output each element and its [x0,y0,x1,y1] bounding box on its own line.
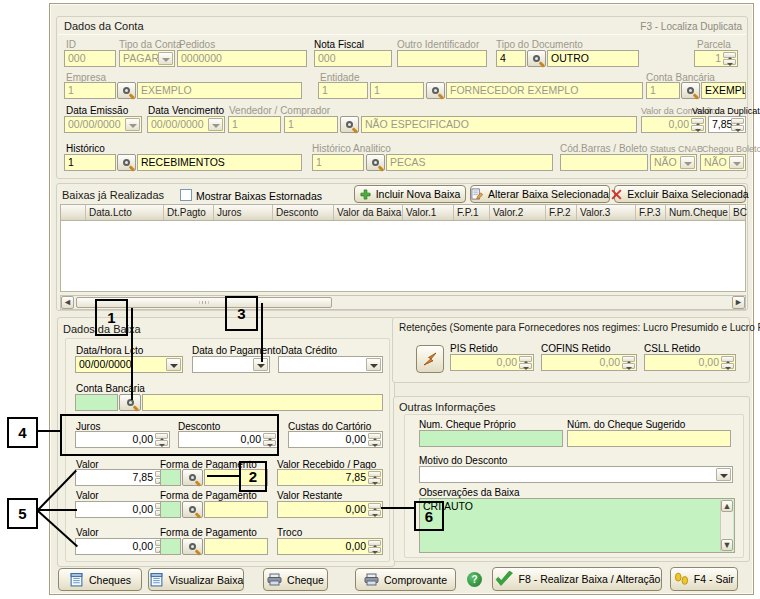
forma-pagamento3-code[interactable] [160,538,181,555]
conta-bancaria-baixa-code[interactable] [75,394,118,411]
historico-analitico-search-button[interactable] [366,154,385,171]
chevron-down-icon[interactable] [729,156,744,169]
entidade-code2-field[interactable]: 1 [370,82,424,99]
col-bc[interactable]: BC. [730,205,747,220]
spinner-icon[interactable] [622,356,635,369]
sair-button[interactable]: F4 - Sair [670,567,738,591]
visualizar-baixa-button[interactable]: Visualizar Baixa [148,568,244,591]
baixas-table-body[interactable] [60,221,746,292]
mostrar-estornadas-checkbox[interactable] [180,189,192,201]
tipo-conta-select[interactable]: PAGAR [119,50,175,67]
forma-pagamento2-search-button[interactable] [182,501,203,518]
empresa-field[interactable]: EXEMPLO [137,82,302,99]
baixas-table-hscrollbar[interactable]: ◄ ► [60,295,746,310]
imprimir-cheque-button[interactable]: Cheque [263,568,328,591]
chevron-down-icon[interactable] [716,468,731,481]
id-field[interactable]: 000 [64,50,116,67]
conta-bancaria-code-field[interactable]: 1 [646,82,680,99]
chevron-down-icon[interactable] [680,156,695,169]
vendedor-search-button[interactable] [340,116,359,133]
scroll-down-arrow[interactable]: ▼ [721,539,733,551]
spinner-icon[interactable] [368,540,381,553]
col-juros[interactable]: Juros [214,205,273,220]
forma-pagamento1-code[interactable] [160,469,181,486]
valor2-stepper[interactable]: 0,00 [75,501,170,518]
tipo-documento-search-button[interactable] [527,50,546,67]
col-valor3[interactable]: Valor.3 [577,205,636,220]
forma-pagamento3-field[interactable] [204,538,268,555]
forma-pagamento2-code[interactable] [160,501,181,518]
historico-code-field[interactable]: 1 [64,154,116,171]
col-valor2[interactable]: Valor.2 [490,205,546,220]
cod-barras-field[interactable] [560,154,648,171]
col-dt-pagto[interactable]: Dt.Pagto [164,205,214,220]
troco-stepper[interactable]: 0,00 [277,538,383,555]
data-credito-select[interactable] [278,356,383,373]
scroll-right-arrow[interactable]: ► [732,296,745,309]
forma-pagamento2-field[interactable] [204,501,268,518]
col-fp3[interactable]: F.P.3 [636,205,666,220]
col-fp2[interactable]: F.P.2 [546,205,577,220]
empresa-search-button[interactable] [117,82,136,99]
valor-comissao-stepper[interactable]: 0,00 [641,116,706,133]
cofins-retido-stepper[interactable]: 0,00 [541,354,637,371]
forma-pagamento1-search-button[interactable] [182,469,203,486]
historico-analitico-field[interactable]: PECAS [386,154,553,171]
col-selector[interactable] [61,205,86,220]
outro-identificador-field[interactable] [397,50,487,67]
observacoes-textarea[interactable]: CRI.AUTO ▲ ▼ [419,498,735,553]
col-desconto[interactable]: Desconto [273,205,334,220]
help-button[interactable]: ? [467,572,482,587]
spinner-icon[interactable] [368,433,381,446]
csll-retido-stepper[interactable]: 0,00 [644,354,736,371]
parcela-stepper[interactable]: 1 [694,50,738,67]
chevron-down-icon[interactable] [208,118,223,131]
col-valor1[interactable]: Valor.1 [403,205,454,220]
conta-bancaria-field[interactable]: EXEMPLO [701,82,746,99]
col-fp1[interactable]: F.P.1 [454,205,490,220]
data-pagamento-select[interactable] [192,356,270,373]
entidade-search-button[interactable] [426,82,445,99]
alterar-baixa-button[interactable]: Alterar Baixa Selecionada [470,185,610,203]
valor-restante-stepper[interactable]: 0,00 [277,501,383,518]
forma-pagamento3-search-button[interactable] [182,538,203,555]
textarea-vscrollbar[interactable]: ▲ ▼ [720,500,733,551]
data-hora-lcto-select[interactable]: 00/00/0000 [75,356,183,373]
chevron-down-icon[interactable] [166,358,181,371]
scroll-left-arrow[interactable]: ◄ [61,296,74,309]
historico-search-button[interactable] [117,154,136,171]
historico-analitico-code-field[interactable]: 1 [312,154,364,171]
spinner-icon[interactable] [723,52,736,65]
col-data-lcto[interactable]: Data.Lcto [86,205,164,220]
vendedor-field[interactable]: NÃO ESPECIFICADO [361,116,637,133]
num-cheque-sugerido-field[interactable] [567,430,731,447]
spinner-icon[interactable] [368,503,381,516]
spinner-icon[interactable] [721,356,734,369]
comprovante-button[interactable]: Comprovante [355,568,456,591]
custas-cartorio-stepper[interactable]: 0,00 [288,431,383,448]
valor3-stepper[interactable]: 0,00 [75,538,170,555]
realizar-baixa-button[interactable]: F8 - Realizar Baixa / Alteração [492,567,662,591]
motivo-desconto-select[interactable] [419,466,733,483]
valor-duplicata-stepper[interactable]: 7,85 [708,116,746,133]
chevron-down-icon[interactable] [125,118,140,131]
conta-bancaria-baixa-field[interactable] [142,394,383,411]
pis-retido-stepper[interactable]: 0,00 [450,354,534,371]
tipo-documento-field[interactable]: OUTRO [547,50,639,67]
spinner-icon[interactable] [519,356,532,369]
vendedor-code1-field[interactable]: 1 [228,116,281,133]
retencoes-apply-button[interactable] [416,345,444,373]
chevron-down-icon[interactable] [158,52,173,65]
historico-field[interactable]: RECEBIMENTOS [137,154,302,171]
data-vencimento-select[interactable]: 00/00/0000 [147,116,225,133]
entidade-code1-field[interactable]: 1 [318,82,368,99]
conta-bancaria-search-button[interactable] [681,82,700,99]
data-emissao-select[interactable]: 00/00/0000 [64,116,142,133]
valor1-stepper[interactable]: 7,85 [75,469,170,486]
col-num-cheque[interactable]: Num.Cheque [666,205,730,220]
num-cheque-proprio-field[interactable] [419,430,563,447]
spinner-icon[interactable] [691,118,704,131]
scroll-up-arrow[interactable]: ▲ [721,500,733,512]
excluir-baixa-button[interactable]: Excluir Baixa Selecionada [614,185,746,203]
entidade-field[interactable]: FORNECEDOR EXEMPLO [446,82,643,99]
